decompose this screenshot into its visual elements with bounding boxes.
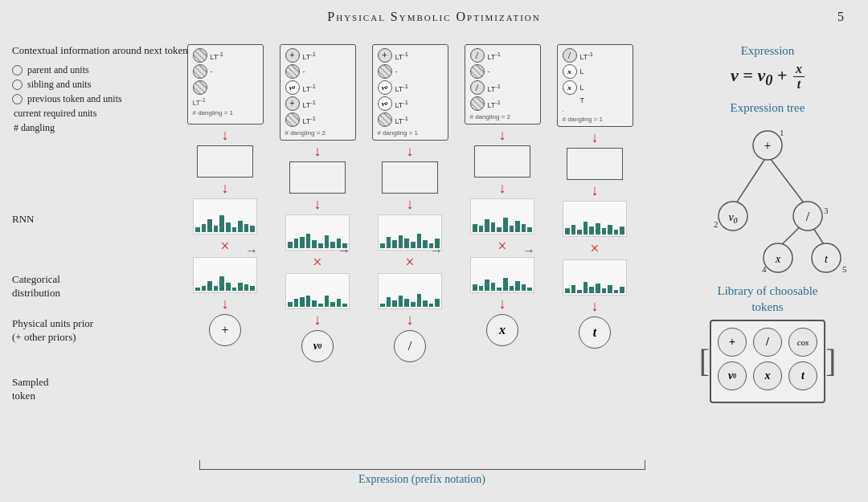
bar	[399, 235, 403, 248]
lib-token-x: x	[753, 361, 782, 390]
prev-label: previous token and units	[27, 93, 122, 105]
expression-title: Expression	[679, 44, 856, 58]
sibling-item: sibling and units	[12, 79, 189, 91]
bar	[522, 284, 526, 291]
bar	[565, 288, 570, 293]
bar	[325, 296, 330, 307]
token-icon-hatched	[193, 48, 207, 63]
h-arrow-4: →	[522, 243, 535, 258]
cross-symbol-5: ×	[590, 240, 599, 256]
bar	[503, 218, 508, 232]
svg-text:4: 4	[762, 264, 767, 274]
column-2: + LT-1 - v0 LT-1 + LT-1 LT-1	[277, 44, 358, 362]
bar	[207, 219, 212, 232]
rnn-label: RNN	[12, 213, 34, 226]
bar	[417, 234, 422, 248]
dangling-5: # dangling = 1	[563, 116, 628, 123]
bar	[571, 225, 576, 235]
bar	[300, 237, 305, 248]
bar	[404, 299, 409, 307]
bar	[411, 242, 416, 248]
bar	[207, 281, 212, 291]
sampled-label: Sampledtoken	[12, 376, 49, 403]
bar	[479, 286, 484, 291]
bar	[380, 243, 385, 248]
token-stack-4: / LT-1 - / LT-1 LT-1 # dangling = 2	[465, 44, 541, 124]
library-box: + / cos v0 x t	[710, 320, 825, 403]
bar	[250, 286, 255, 291]
token-stack-1: LT-1 - LT-1 # dangling = 1	[187, 44, 264, 124]
bar	[214, 226, 219, 232]
arrow-down-4: ↓	[314, 144, 321, 158]
arrow-down-2: ↓	[222, 181, 229, 195]
rnn-box-3	[382, 161, 438, 194]
lib-token-div: /	[753, 328, 782, 357]
bar	[515, 281, 520, 291]
bar	[596, 223, 600, 235]
bar	[380, 304, 385, 307]
bar	[392, 300, 397, 307]
svg-text:1: 1	[780, 128, 784, 137]
dangling-1: # dangling = 1	[193, 109, 258, 116]
bar	[330, 302, 335, 307]
bar	[411, 302, 416, 307]
left-panel: Contextual information around next token…	[12, 44, 189, 137]
bar-chart-prior-5	[563, 259, 627, 296]
token-div-4b: /	[470, 80, 485, 95]
bar	[226, 283, 231, 291]
cross-symbol-3: ×	[405, 254, 414, 270]
arrow-down-9: ↓	[407, 312, 414, 327]
bracket-left: [	[699, 345, 710, 378]
sibling-radio[interactable]	[12, 80, 23, 90]
token-v0: v0	[285, 80, 300, 95]
h-arrow-3: →	[430, 243, 443, 258]
bar-chart-5	[563, 201, 627, 237]
bar	[522, 224, 526, 232]
rnn-box-5	[567, 148, 623, 180]
lib-token-cos: cos	[788, 328, 817, 357]
bar	[497, 227, 502, 232]
rnn-box-1	[197, 145, 253, 178]
bar	[404, 239, 409, 248]
dangling-3: # dangling = 1	[378, 129, 443, 137]
cross-symbol-1: ×	[220, 238, 229, 254]
svg-line-1	[768, 155, 808, 208]
library-title: Library of choosabletokens	[679, 284, 856, 315]
column-1: LT-1 - LT-1 # dangling = 1 ↓ ↓	[185, 44, 265, 346]
bar	[238, 283, 243, 291]
token-x-5b: x	[563, 80, 577, 95]
bar	[510, 226, 514, 232]
token-plus: +	[285, 48, 300, 63]
bar	[423, 240, 428, 248]
bar	[596, 284, 600, 293]
bar-chart-prior-3	[378, 273, 442, 309]
bar	[312, 300, 317, 307]
bar	[602, 228, 607, 235]
lib-token-v0: v0	[718, 361, 747, 390]
bar	[583, 282, 588, 293]
bracket-right: ]	[825, 345, 836, 378]
column-3: + LT-1 - v0 LT-1 v0 LT-1 LT-1	[370, 44, 450, 362]
token-plus2: +	[285, 96, 300, 111]
token-hatched-4	[470, 64, 485, 79]
bar	[417, 294, 422, 307]
arrow-down-15: ↓	[592, 299, 599, 313]
lib-token-t: t	[788, 361, 817, 390]
bar	[294, 239, 299, 248]
bar	[226, 222, 231, 232]
bar	[485, 219, 489, 232]
bar	[435, 299, 440, 307]
bar	[195, 288, 200, 291]
bar	[577, 230, 582, 235]
bar	[244, 284, 249, 291]
token-hatched-3	[378, 64, 392, 79]
sampled-token-3: /	[394, 330, 426, 362]
token-x-5: x	[563, 64, 577, 79]
token-stack-2: + LT-1 - v0 LT-1 + LT-1 LT-1	[280, 44, 356, 141]
prev-radio[interactable]	[12, 94, 23, 104]
parent-radio[interactable]	[12, 65, 23, 76]
bar	[250, 226, 255, 232]
column-5: / LT-1 x L x L T . # dangling = 1	[555, 44, 635, 349]
bar	[527, 288, 532, 291]
arrow-down-12: ↓	[499, 296, 506, 311]
